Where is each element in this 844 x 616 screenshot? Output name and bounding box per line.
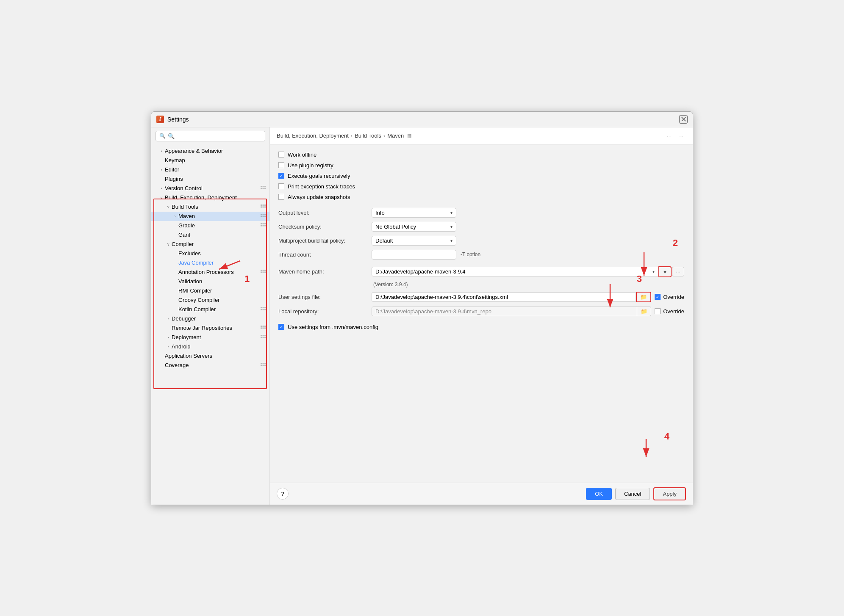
sidebar-item-label: Kotlin Compiler xyxy=(178,306,260,312)
execute-goals-label[interactable]: ✓ Execute goals recursively xyxy=(278,173,350,179)
search-input[interactable] xyxy=(168,133,261,139)
svg-rect-31 xyxy=(264,271,266,273)
sidebar-item-coverage[interactable]: Coverage xyxy=(151,361,269,370)
sidebar-item-gradle[interactable]: Gradle xyxy=(151,221,269,230)
sidebar-item-build-exec[interactable]: ∨ Build, Execution, Deployment xyxy=(151,193,269,202)
sidebar-item-annotation[interactable]: Annotation Processors xyxy=(151,268,269,277)
sidebar-item-deployment[interactable]: › Deployment xyxy=(151,333,269,342)
sidebar-item-label: Application Servers xyxy=(165,353,266,359)
sidebar-item-label: Excludes xyxy=(178,250,266,257)
local-repo-label: Local repository: xyxy=(278,308,372,315)
expand-icon xyxy=(172,260,178,266)
main-content: 2 3 4 xyxy=(270,127,693,505)
maven-home-expand-button[interactable]: ▾ xyxy=(658,266,672,277)
sidebar-item-app-servers[interactable]: Application Servers xyxy=(151,351,269,361)
sidebar-item-rmi[interactable]: RMI Compiler xyxy=(151,286,269,296)
use-settings-checkbox[interactable]: ✓ xyxy=(278,324,284,330)
svg-rect-39 xyxy=(263,326,264,327)
sidebar-item-build-tools[interactable]: ∨ Build Tools xyxy=(151,202,269,212)
always-update-row: Always update snapshots xyxy=(278,194,684,200)
expand-icon xyxy=(172,232,178,238)
maven-home-value: D:/Javadevelop/apache-maven-3.9.4 xyxy=(375,268,465,275)
svg-rect-18 xyxy=(263,215,264,217)
execute-goals-checkbox[interactable]: ✓ xyxy=(278,173,284,179)
help-button[interactable]: ? xyxy=(277,488,289,500)
always-update-text: Always update snapshots xyxy=(288,194,350,200)
svg-rect-15 xyxy=(263,214,264,215)
expand-icon xyxy=(165,325,172,331)
svg-rect-38 xyxy=(261,326,262,327)
svg-rect-47 xyxy=(261,337,262,338)
sidebar-item-plugins[interactable]: Plugins xyxy=(151,174,269,184)
expand-icon xyxy=(158,362,165,369)
expand-icon: ∨ xyxy=(158,194,165,201)
svg-rect-4 xyxy=(264,186,266,187)
print-exception-checkbox[interactable] xyxy=(278,183,284,189)
expand-icon xyxy=(172,287,178,294)
user-settings-browse-button[interactable]: 📁 xyxy=(636,292,651,302)
local-repo-override-checkbox[interactable] xyxy=(655,308,661,314)
cancel-button[interactable]: Cancel xyxy=(615,488,650,500)
output-level-dropdown[interactable]: Info ▾ xyxy=(372,208,456,218)
forward-button[interactable]: → xyxy=(676,131,686,141)
close-button[interactable]: ✕ xyxy=(679,115,688,124)
work-offline-row: Work offline xyxy=(278,152,684,158)
print-exception-text: Print exception stack traces xyxy=(288,183,355,190)
sidebar-item-label: Appearance & Behavior xyxy=(165,148,266,154)
sidebar-item-keymap[interactable]: Keymap xyxy=(151,156,269,165)
work-offline-label[interactable]: Work offline xyxy=(278,152,316,158)
chevron-down-icon: ▾ xyxy=(450,238,453,243)
user-settings-controls: 📁 xyxy=(372,292,651,302)
sidebar-item-groovy[interactable]: Groovy Compiler xyxy=(151,296,269,305)
user-settings-input[interactable] xyxy=(372,292,636,302)
sidebar-item-editor[interactable]: › Editor xyxy=(151,165,269,174)
question-mark-icon: ? xyxy=(281,491,284,497)
local-repo-input[interactable] xyxy=(372,307,637,316)
print-exception-label[interactable]: Print exception stack traces xyxy=(278,183,355,190)
user-settings-override-checkbox[interactable]: ✓ xyxy=(655,294,661,300)
svg-rect-51 xyxy=(263,363,264,364)
sidebar-item-gant[interactable]: Gant xyxy=(151,230,269,240)
use-plugin-label[interactable]: Use plugin registry xyxy=(278,162,333,169)
breadcrumb-sep-2: › xyxy=(383,133,385,139)
sidebar-item-excludes[interactable]: Excludes xyxy=(151,249,269,258)
expand-icon: › xyxy=(165,334,172,341)
multiproject-label: Multiproject build fail policy: xyxy=(278,238,372,244)
use-settings-label[interactable]: ✓ Use settings from .mvn/maven.config xyxy=(278,324,378,330)
multiproject-dropdown[interactable]: Default ▾ xyxy=(372,236,456,246)
use-plugin-checkbox[interactable] xyxy=(278,162,284,168)
svg-rect-16 xyxy=(264,214,266,215)
maven-home-dropdown[interactable]: D:/Javadevelop/apache-maven-3.9.4 ▾ xyxy=(372,267,658,276)
thread-count-input[interactable] xyxy=(372,250,456,260)
svg-rect-54 xyxy=(263,365,264,366)
sidebar-item-android[interactable]: › Android xyxy=(151,342,269,351)
sidebar-item-label: Build, Execution, Deployment xyxy=(165,194,266,201)
sidebar-item-compiler[interactable]: ∨ Compiler xyxy=(151,240,269,249)
sidebar-item-debugger[interactable]: › Debugger xyxy=(151,314,269,323)
local-repo-browse-button[interactable]: 📁 xyxy=(637,307,651,316)
svg-rect-45 xyxy=(263,335,264,336)
checksum-policy-dropdown[interactable]: No Global Policy ▾ xyxy=(372,222,456,232)
multiproject-row: Multiproject build fail policy: Default … xyxy=(278,236,684,246)
back-button[interactable]: ← xyxy=(664,131,674,141)
sidebar-item-validation[interactable]: Validation xyxy=(151,277,269,286)
always-update-label[interactable]: Always update snapshots xyxy=(278,194,350,200)
sidebar-item-kotlin[interactable]: Kotlin Compiler xyxy=(151,305,269,314)
user-settings-override: ✓ Override xyxy=(655,294,684,300)
sidebar-item-appearance[interactable]: › Appearance & Behavior xyxy=(151,146,269,156)
expand-icon: › xyxy=(158,148,165,155)
work-offline-checkbox[interactable] xyxy=(278,152,284,157)
sidebar-item-java-compiler[interactable]: Java Compiler xyxy=(151,258,269,268)
sidebar-item-remote-jar[interactable]: Remote Jar Repositories xyxy=(151,323,269,333)
settings-icon xyxy=(260,269,266,275)
ok-button[interactable]: OK xyxy=(586,488,612,500)
multiproject-value: Default xyxy=(375,238,393,244)
svg-rect-49 xyxy=(264,337,266,338)
maven-home-browse-button[interactable]: ··· xyxy=(672,267,684,276)
apply-button[interactable]: Apply xyxy=(653,487,686,500)
always-update-checkbox[interactable] xyxy=(278,194,284,200)
search-box[interactable]: 🔍 xyxy=(155,131,265,141)
sidebar-item-maven[interactable]: › Maven xyxy=(151,212,269,221)
svg-rect-41 xyxy=(261,327,262,329)
sidebar-item-version-control[interactable]: › Version Control xyxy=(151,184,269,193)
